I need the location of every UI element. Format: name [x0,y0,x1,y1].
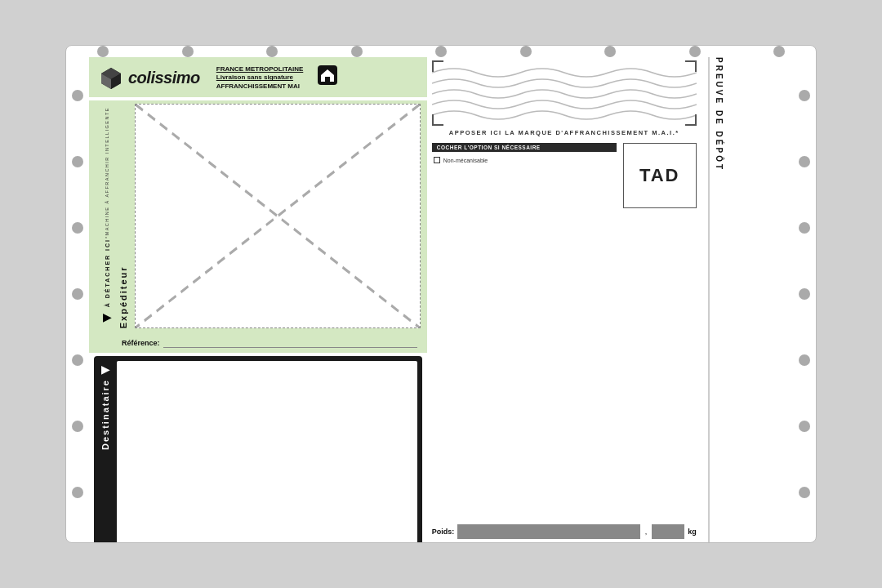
tad-box: TAD [623,143,697,208]
hole-top [97,46,109,57]
hole-top [773,46,785,57]
shipping-label: colissimo FRANCE METROPOLITAINE Livraiso… [65,45,817,543]
hole-top [520,46,532,57]
hole [799,156,810,167]
mai-text: APPOSER ICI LA MARQUE D'AFFRANCHISSEMENT… [432,129,697,136]
tad-text: TAD [639,165,680,186]
checkbox-mecanisable[interactable] [434,157,440,163]
hole [72,156,83,167]
colissimo-logo: colissimo [99,65,200,90]
poids-row: Poids: , kg [432,524,697,539]
expediteur-label: Expéditeur [118,104,128,328]
hole [72,354,83,366]
hole [799,487,810,498]
hole [799,354,810,366]
hole [799,222,810,234]
x-pattern [136,105,420,327]
expediteur-address-box [135,104,421,328]
colissimo-header: colissimo FRANCE METROPOLITAINE Livraiso… [99,65,417,91]
arrow-icon: ▶ [103,310,112,323]
hole [799,90,810,101]
holes-left [66,46,89,542]
service-info: FRANCE METROPOLITAINE Livraison sans sig… [216,65,304,91]
hole-top [351,46,363,57]
content-body: colissimo FRANCE METROPOLITAINE Livraiso… [89,57,793,543]
detacher-label: À DÉTACHER ICI [105,238,110,307]
machine-label: *MACHINE À AFFRANCHIR INTELLIGENTE [105,107,109,238]
destinataire-label: Destinataire [100,379,110,450]
reference-row: Référence: [89,335,427,353]
expediteur-section: *MACHINE À AFFRANCHIR INTELLIGENTE À DÉT… [89,100,427,335]
preuve-depot-label: PREUVE DE DÉPÔT [708,57,724,543]
main-content: colissimo FRANCE METROPOLITAINE Livraiso… [89,46,793,542]
right-wrapper: APPOSER ICI LA MARQUE D'AFFRANCHISSEMENT… [427,57,724,543]
side-label-container: *MACHINE À AFFRANCHIR INTELLIGENTE À DÉT… [96,104,118,328]
hole-top [604,46,616,57]
poids-decimal-box [652,524,684,539]
hole [72,90,83,101]
hole-top [435,46,447,57]
hole [72,421,83,432]
dest-address-area [122,366,412,543]
destinataire-address-box [117,361,417,543]
bracket-bl [432,114,443,126]
bracket-tr [685,60,697,72]
poids-comma: , [645,528,648,536]
stamp-area [432,60,697,126]
hole [799,421,810,432]
poids-label: Poids: [432,528,455,536]
bracket-tl [432,60,443,72]
arrow-white-icon: ▶ [101,363,110,376]
bracket-br [685,114,697,126]
hole-top [266,46,278,57]
holes-top [89,46,793,57]
hole [72,222,83,234]
hole [799,288,810,300]
destinataire-label-wrap: ▶ Destinataire [94,356,117,543]
non-mecanisable: Non-mécanisable [432,157,617,163]
reference-line [163,338,417,348]
destinataire-section: ▶ Destinataire [94,356,422,543]
reference-label: Référence: [122,339,160,347]
cube-icon [99,65,123,90]
holes-right [793,46,816,542]
brand-name: colissimo [128,69,200,87]
poids-box [457,524,639,539]
left-section: colissimo FRANCE METROPOLITAINE Livraiso… [89,57,427,543]
right-section: APPOSER ICI LA MARQUE D'AFFRANCHISSEMENT… [427,57,703,543]
hole [72,487,83,498]
hole-top [182,46,194,57]
hole [72,288,83,300]
green-area: colissimo FRANCE METROPOLITAINE Livraiso… [89,57,427,97]
wavy-lines [432,60,697,126]
kg-label: kg [688,528,697,536]
home-icon [318,65,337,85]
right-left-col: COCHER L'OPTION SI NÉCESSAIRE Non-mécani… [432,143,617,521]
hole-top [689,46,701,57]
svg-rect-6 [325,77,330,82]
right-middle: COCHER L'OPTION SI NÉCESSAIRE Non-mécani… [432,143,697,521]
cocher-box: COCHER L'OPTION SI NÉCESSAIRE [432,143,617,152]
